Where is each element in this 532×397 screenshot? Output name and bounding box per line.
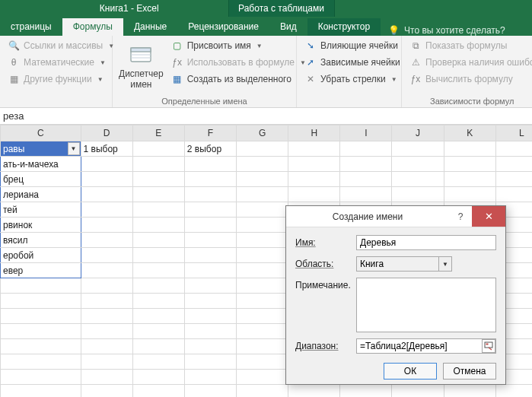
cancel-button[interactable]: Отмена bbox=[443, 363, 496, 380]
chevron-down-icon[interactable]: ▼ bbox=[438, 257, 451, 271]
tab-view[interactable]: Вид bbox=[269, 18, 307, 36]
btn-trace-dependents[interactable]: ➚ Зависимые ячейки bbox=[301, 55, 403, 70]
help-button[interactable]: ? bbox=[449, 211, 472, 222]
create-selection-icon: ▦ bbox=[171, 73, 183, 85]
precedents-icon: ➘ bbox=[304, 40, 317, 52]
tab-data[interactable]: Данные bbox=[123, 18, 177, 36]
table-row[interactable]: ать-и-мачеха bbox=[1, 157, 81, 172]
evaluate-icon: ƒx bbox=[409, 73, 422, 85]
btn-evaluate-formula[interactable]: ƒx Вычислить формулу bbox=[406, 71, 532, 87]
tell-me-search[interactable]: 💡 Что вы хотите сделать? bbox=[381, 25, 513, 36]
btn-math-trig[interactable]: θ Математические ▼ bbox=[5, 55, 117, 70]
document-title: Книга1 - Excel bbox=[0, 3, 228, 14]
formula-bar-text: реза bbox=[3, 110, 24, 122]
column-headers-row: C D E F G H I J K L bbox=[1, 125, 533, 141]
col-header[interactable]: C bbox=[1, 125, 81, 141]
table-row[interactable]: евер bbox=[1, 263, 81, 278]
contextual-tab-title: Работа с таблицами bbox=[228, 0, 335, 17]
chevron-down-icon: ▼ bbox=[97, 76, 104, 83]
btn-label: Другие функции bbox=[24, 74, 92, 84]
group-label-defined-names: Определенные имена bbox=[117, 95, 291, 106]
label-scope: Область: bbox=[295, 256, 350, 269]
table-row[interactable]: еробой bbox=[1, 248, 81, 263]
svg-rect-5 bbox=[486, 344, 489, 345]
col-header[interactable]: E bbox=[132, 125, 184, 141]
tab-formulas[interactable]: Формулы bbox=[62, 18, 123, 36]
btn-label: Диспетчер имен bbox=[119, 69, 164, 89]
table-column-header[interactable]: равы ▼ bbox=[1, 141, 81, 157]
btn-name-manager[interactable]: Диспетчер имен bbox=[117, 38, 165, 95]
tab-table-design[interactable]: Конструктор bbox=[307, 18, 381, 36]
label-comment: Примечание. bbox=[295, 278, 350, 291]
btn-label: Вычислить формулу bbox=[425, 74, 513, 84]
col-header[interactable]: H bbox=[288, 125, 340, 141]
chevron-down-icon: ▼ bbox=[391, 76, 397, 83]
col-header[interactable]: F bbox=[184, 125, 236, 141]
input-range[interactable] bbox=[356, 338, 496, 354]
tag-icon: ▢ bbox=[171, 40, 183, 52]
tab-page-layout[interactable]: страницы bbox=[0, 18, 62, 36]
close-button[interactable]: ✕ bbox=[472, 206, 505, 227]
col-header[interactable]: I bbox=[340, 125, 392, 141]
name-manager-icon bbox=[129, 43, 153, 68]
btn-define-name[interactable]: ▢ Присвоить имя ▼ bbox=[168, 38, 309, 53]
table-row[interactable]: рвинок bbox=[1, 218, 81, 233]
btn-error-checking[interactable]: ⚠ Проверка наличия ошибо bbox=[406, 55, 532, 70]
col-header[interactable]: G bbox=[237, 125, 288, 141]
ok-button[interactable]: ОК bbox=[384, 363, 437, 380]
ribbon-tabs: страницы Формулы Данные Рецензирование В… bbox=[0, 17, 532, 36]
dialog-title: Создание имени bbox=[286, 211, 449, 222]
collapse-dialog-button[interactable] bbox=[482, 339, 495, 353]
btn-remove-arrows[interactable]: ✕ Убрать стрелки ▼ bbox=[301, 71, 403, 87]
btn-create-from-selection[interactable]: ▦ Создать из выделенного bbox=[168, 71, 309, 87]
cell[interactable] bbox=[132, 141, 184, 157]
label-name: Имя: bbox=[295, 235, 350, 248]
remove-arrows-icon: ✕ bbox=[304, 73, 317, 85]
btn-label: Использовать в формуле bbox=[187, 57, 295, 68]
btn-label: Математические bbox=[24, 57, 94, 68]
btn-trace-precedents[interactable]: ➘ Влияющие ячейки bbox=[301, 38, 403, 53]
dialog-title-bar[interactable]: Создание имени ? ✕ bbox=[286, 206, 505, 227]
formula-bar[interactable]: реза bbox=[0, 108, 532, 125]
range-picker-icon bbox=[484, 341, 493, 351]
cell[interactable]: 1 выбор bbox=[81, 141, 132, 157]
math-icon: θ bbox=[8, 56, 20, 68]
btn-label: Ссылки и массивы bbox=[24, 40, 103, 51]
btn-label: Зависимые ячейки bbox=[320, 57, 400, 68]
dialog-new-name: Создание имени ? ✕ Имя: Область: ▼ Приме… bbox=[285, 205, 506, 385]
btn-lookup-reference[interactable]: 🔍 Ссылки и массивы ▼ bbox=[5, 38, 117, 53]
input-comment[interactable] bbox=[356, 278, 496, 332]
filter-dropdown-button[interactable]: ▼ bbox=[68, 142, 80, 155]
fx-icon: ƒx bbox=[171, 56, 183, 68]
btn-use-in-formula[interactable]: ƒx Использовать в формуле ▼ bbox=[168, 55, 309, 70]
table-header-text: равы bbox=[3, 144, 24, 154]
tab-review[interactable]: Рецензирование bbox=[177, 18, 269, 36]
col-header[interactable]: L bbox=[495, 125, 532, 141]
chevron-down-icon: ▼ bbox=[100, 59, 106, 66]
btn-show-formulas[interactable]: ⧉ Показать формулы bbox=[406, 38, 532, 53]
dependents-icon: ➚ bbox=[304, 56, 317, 68]
col-header[interactable]: J bbox=[392, 125, 444, 141]
btn-more-functions[interactable]: ▦ Другие функции ▼ bbox=[5, 71, 117, 87]
show-formulas-icon: ⧉ bbox=[409, 40, 422, 52]
more-functions-icon: ▦ bbox=[8, 73, 20, 85]
select-scope[interactable]: ▼ bbox=[356, 256, 452, 272]
table-row[interactable]: лериана bbox=[1, 187, 81, 202]
svg-rect-1 bbox=[131, 48, 151, 52]
btn-label: Присвоить имя bbox=[187, 40, 251, 51]
table-row[interactable]: тей bbox=[1, 202, 81, 218]
col-header[interactable]: K bbox=[444, 125, 495, 141]
btn-label: Создать из выделенного bbox=[187, 74, 291, 84]
btn-label: Влияющие ячейки bbox=[320, 40, 398, 51]
col-header[interactable]: D bbox=[81, 125, 132, 141]
close-icon: ✕ bbox=[485, 211, 493, 222]
title-bar: Книга1 - Excel Работа с таблицами bbox=[0, 0, 532, 17]
cell[interactable]: 2 выбор bbox=[184, 141, 236, 157]
table-row[interactable]: брец bbox=[1, 172, 81, 187]
error-check-icon: ⚠ bbox=[409, 56, 422, 68]
tell-me-label: Что вы хотите сделать? bbox=[404, 25, 505, 36]
btn-label: Убрать стрелки bbox=[320, 74, 386, 84]
ribbon: 🔍 Ссылки и массивы ▼ θ Математические ▼ … bbox=[0, 36, 532, 108]
table-row[interactable]: вясил bbox=[1, 233, 81, 248]
input-name[interactable] bbox=[356, 235, 496, 250]
